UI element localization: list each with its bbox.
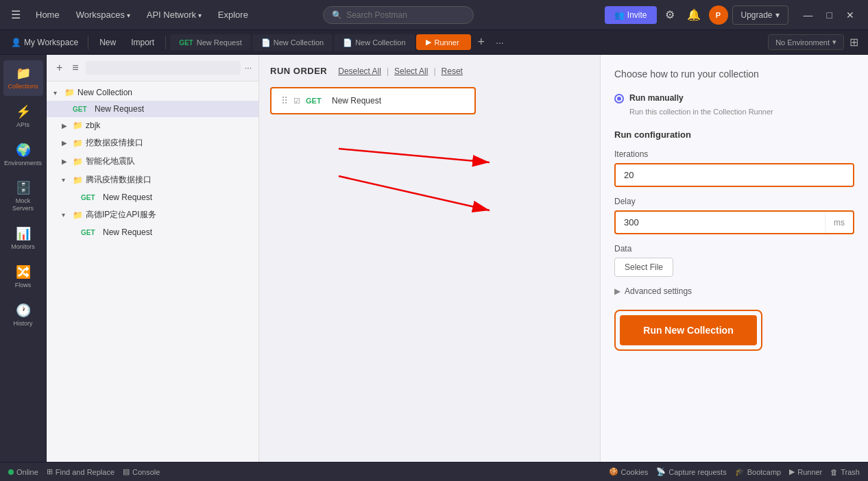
titlebar: ☰ Home Workspaces API Network Explore 🔍 … [0,0,868,30]
radio-run-manually[interactable] [614,94,624,103]
tree-folder-juzhu[interactable]: ▶ 📁 挖数据疫情接口 [47,134,258,152]
folder-icon-tengxun: 📁 [73,175,83,185]
workspace-icon: 👤 [11,38,21,47]
folder-icon-zbjk: 📁 [73,121,83,130]
footer-runner[interactable]: ▶ Runner [789,467,822,476]
folder-icon-juzhu: 📁 [73,138,83,148]
import-button[interactable]: Import [124,35,161,50]
tab-method-get: GET [179,39,193,47]
nav-links: Home Workspaces API Network Explore [29,5,255,24]
iterations-field: Iterations [614,149,854,187]
tree-request-gaode-new-request[interactable]: GET New Request [47,224,258,241]
panel-search-input[interactable] [86,61,241,75]
tree-folder-zhinen[interactable]: ▶ 📁 智能化地震队 [47,152,258,171]
collection-icon-2: 📄 [343,38,352,47]
tab-get-new-request[interactable]: GET New Request [170,34,251,50]
tab-runner[interactable]: ▶ Runner [416,34,471,50]
tree-folder-new-collection[interactable]: ▾ 📁 New Collection [47,84,258,101]
environment-grid-button[interactable]: ⊞ [845,33,863,51]
annotation-arrows [270,142,544,313]
iterations-input[interactable] [616,164,853,186]
new-button[interactable]: New [93,35,123,50]
advanced-settings-row[interactable]: ▶ Advanced settings [614,286,854,296]
add-tab-button[interactable]: + [472,32,491,52]
reset-button[interactable]: Reset [442,66,463,76]
run-collection-button[interactable]: Run New Collection [620,315,757,345]
invite-button[interactable]: 👥 Invite [605,6,657,24]
upgrade-button[interactable]: Upgrade ▾ [732,5,788,25]
run-configuration-section: Run configuration Iterations Delay m [614,130,854,351]
minimize-button[interactable]: — [798,7,819,23]
apis-icon: ⚡ [16,104,31,119]
gear-icon: ⚙ [665,9,675,21]
tree-folder-zbjk[interactable]: ▶ 📁 zbjk [47,117,258,134]
search-icon: 🔍 [332,10,342,20]
mock-servers-icon: 🗄️ [16,180,31,195]
footer-console[interactable]: ▤ Console [123,467,160,476]
runner-icon: ▶ [426,38,431,47]
sidebar-item-apis[interactable]: ⚡ APIs [3,99,43,134]
deselect-all-button[interactable]: Deselect All [338,66,381,76]
iterations-label: Iterations [614,149,854,159]
tree-folder-tengxun[interactable]: ▾ 📁 腾讯疫情数据接口 [47,171,258,189]
explore-link[interactable]: Explore [211,5,255,24]
tabs-more-button[interactable]: ··· [492,34,508,51]
sidebar-item-monitors[interactable]: 📊 Monitors [3,221,43,256]
tab-new-collection-2[interactable]: 📄 New Collection [334,34,414,51]
settings-button[interactable]: ⚙ [661,4,679,25]
folder-arrow-gaode: ▾ [62,211,70,219]
footer-find-replace[interactable]: ⊞ Find and Replace [47,467,114,476]
filter-button[interactable]: ≡ [69,60,81,75]
run-order-panel: RUN ORDER Deselect All | Select All | Re… [259,55,601,462]
run-item-name: New Request [332,96,381,106]
cookies-icon: 🍪 [609,467,618,476]
notifications-button[interactable]: 🔔 [683,4,705,25]
search-bar[interactable]: 🔍 [323,6,474,24]
delay-input[interactable] [616,212,825,233]
tabbar: 👤 My Workspace New Import GET New Reques… [0,30,868,55]
footer-bootcamp[interactable]: 🎓 Bootcamp [735,467,782,476]
avatar[interactable]: P [709,5,728,25]
select-all-button[interactable]: Select All [394,66,428,76]
home-link[interactable]: Home [29,5,67,24]
footer-cookies[interactable]: 🍪 Cookies [609,467,649,476]
folder-icon: 📁 [64,88,75,97]
folder-icon-zhinen: 📁 [73,157,83,166]
run-item-method: GET [306,97,326,105]
tree-request-tengxun-new-request[interactable]: GET New Request [47,189,258,206]
api-network-link[interactable]: API Network [140,5,208,24]
sidebar-item-environments[interactable]: 🌍 Environments [3,137,43,173]
workspaces-link[interactable]: Workspaces [69,5,137,24]
config-panel: Choose how to run your collection Run ma… [601,55,868,462]
main-area: 📁 Collections ⚡ APIs 🌍 Environments 🗄️ M… [0,55,868,462]
select-file-button[interactable]: Select File [614,258,673,277]
drag-handle-icon: ⠿ [281,95,288,106]
tree-request-new-request-1[interactable]: GET New Request [47,101,258,117]
env-arrow-icon: ▾ [832,38,836,47]
tab-new-collection-1[interactable]: 📄 New Collection [252,34,333,51]
tab-divider-2 [165,36,166,49]
close-button[interactable]: ✕ [841,7,860,23]
footer-trash[interactable]: 🗑 Trash [830,468,860,476]
add-collection-button[interactable]: + [53,60,65,75]
run-order-title: RUN ORDER [270,66,327,76]
tab-label: New Collection [274,38,324,47]
search-input[interactable] [346,10,442,20]
run-order-item-0[interactable]: ⠿ ☑ GET New Request [270,87,476,114]
window-controls: — □ ✕ [798,7,860,23]
panel-more-button[interactable]: ··· [245,63,252,73]
menu-button[interactable]: ☰ [8,5,23,24]
environment-selector[interactable]: No Environment ▾ [768,34,844,50]
sidebar-item-history[interactable]: 🕐 History [3,297,43,333]
radio-run-manually-row: Run manually [614,93,854,103]
panel-header: + ≡ ··· [47,55,258,82]
tree-folder-gaode[interactable]: ▾ 📁 高德IP定位API服务 [47,206,258,224]
tab-label: New Collection [355,38,405,47]
footer-online-status[interactable]: Online [8,468,38,476]
sidebar-item-mock-servers[interactable]: 🗄️ Mock Servers [3,175,43,218]
sidebar-item-collections[interactable]: 📁 Collections [3,60,43,96]
footer-capture-requests[interactable]: 📡 Capture requests [656,467,726,476]
maximize-button[interactable]: □ [821,7,838,23]
sidebar-item-flows[interactable]: 🔀 Flows [3,259,43,295]
monitors-icon: 📊 [16,226,31,241]
